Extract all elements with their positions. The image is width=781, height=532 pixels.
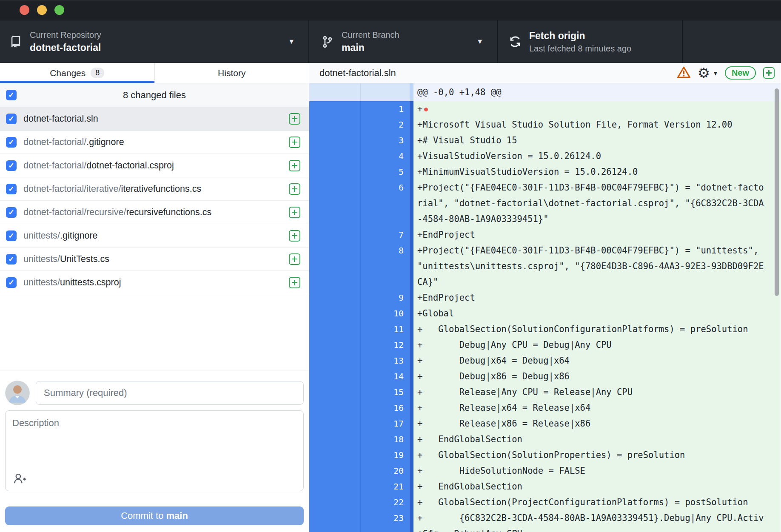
file-checkbox[interactable] bbox=[6, 254, 17, 265]
diff-line-number[interactable]: 1 bbox=[361, 101, 410, 117]
diff-gutter-old[interactable] bbox=[309, 353, 361, 369]
diff-selection-stripe bbox=[410, 463, 413, 479]
include-file-icon[interactable] bbox=[289, 183, 300, 195]
diff-gutter-old[interactable] bbox=[309, 337, 361, 353]
include-file-icon[interactable] bbox=[289, 277, 300, 288]
diff-code-cell: +EndProject bbox=[413, 227, 781, 243]
diff-gutter-old[interactable] bbox=[309, 495, 361, 510]
diff-line-number[interactable]: 5 bbox=[361, 164, 410, 180]
diff-gutter-old[interactable] bbox=[309, 400, 361, 416]
diff-line-number[interactable]: 9 bbox=[361, 290, 410, 306]
file-row[interactable]: dotnet-factorial.sln bbox=[0, 107, 309, 131]
diff-line-number[interactable]: 11 bbox=[361, 321, 410, 337]
diff-gutter-old[interactable] bbox=[309, 306, 361, 321]
diff-line-number[interactable]: 2 bbox=[361, 117, 410, 133]
diff-code-text: +Project("{FAE04EC0-301F-11D3-BF4B-00C04… bbox=[413, 243, 765, 290]
diff-line-number[interactable]: 16 bbox=[361, 400, 410, 416]
file-checkbox[interactable] bbox=[6, 114, 17, 124]
diff-line-number[interactable]: 14 bbox=[361, 369, 410, 384]
file-checkbox[interactable] bbox=[6, 137, 17, 148]
diff-line-number[interactable]: 23 bbox=[361, 510, 410, 532]
file-row[interactable]: dotnet-factorial/.gitignore bbox=[0, 131, 309, 154]
diff-code-cell: + EndGlobalSection bbox=[413, 432, 781, 447]
diff-gutter-old[interactable] bbox=[309, 133, 361, 148]
diff-line-number[interactable]: 7 bbox=[361, 227, 410, 243]
diff-gutter-old[interactable] bbox=[309, 416, 361, 432]
diff-gutter-old[interactable] bbox=[309, 510, 361, 532]
file-row[interactable]: unittests/UnitTests.cs bbox=[0, 248, 309, 271]
tab-changes[interactable]: Changes 8 bbox=[0, 63, 154, 83]
diff-code-text: +Microsoft Visual Studio Solution File, … bbox=[413, 117, 765, 133]
diff-line-number[interactable]: 17 bbox=[361, 416, 410, 432]
minimize-button[interactable] bbox=[37, 5, 47, 15]
include-file-icon[interactable] bbox=[289, 207, 300, 218]
diff-line-number[interactable]: 15 bbox=[361, 384, 410, 400]
tab-history[interactable]: History bbox=[154, 63, 309, 83]
commit-button[interactable]: Commit to main bbox=[5, 506, 304, 525]
diff-line-number[interactable]: 19 bbox=[361, 447, 410, 463]
diff-line-number[interactable]: 22 bbox=[361, 495, 410, 510]
include-file-icon[interactable] bbox=[289, 137, 300, 148]
diff-line-number[interactable]: 18 bbox=[361, 432, 410, 447]
add-coauthor-icon[interactable] bbox=[13, 472, 26, 486]
close-button[interactable] bbox=[20, 5, 29, 15]
include-file-icon[interactable] bbox=[289, 253, 300, 265]
diff-options-dropdown[interactable]: ⚙ ▼ bbox=[697, 66, 718, 80]
file-checkbox[interactable] bbox=[6, 184, 17, 194]
file-row[interactable]: unittests/unittests.csproj bbox=[0, 271, 309, 294]
include-file-icon[interactable] bbox=[289, 113, 300, 125]
diff-line-number[interactable]: 8 bbox=[361, 243, 410, 290]
diff-gutter-old[interactable] bbox=[309, 384, 361, 400]
diff-gutter-old[interactable] bbox=[309, 369, 361, 384]
diff-gutter-old[interactable] bbox=[309, 447, 361, 463]
diff-line-number[interactable]: 13 bbox=[361, 353, 410, 369]
diff-code-cell: + Debug|x86 = Debug|x86 bbox=[413, 369, 781, 384]
file-dir: unittests/ bbox=[23, 277, 60, 287]
changes-count-badge: 8 bbox=[91, 68, 104, 78]
current-branch-dropdown[interactable]: Current Branch main ▼ bbox=[309, 20, 498, 63]
file-row[interactable]: dotnet-factorial/dotnet-factorial.csproj bbox=[0, 154, 309, 177]
diff-code-text: + EndGlobalSection bbox=[413, 479, 765, 495]
fetch-origin-button[interactable]: Fetch origin Last fetched 8 minutes ago bbox=[498, 20, 683, 63]
file-checkbox[interactable] bbox=[6, 160, 17, 171]
diff-gutter-old[interactable] bbox=[309, 290, 361, 306]
diff-line-number[interactable]: 12 bbox=[361, 337, 410, 353]
warning-icon[interactable] bbox=[677, 66, 691, 80]
diff-gutter-old[interactable] bbox=[309, 164, 361, 180]
diff-gutter-old[interactable] bbox=[309, 243, 361, 290]
diff-gutter-old[interactable] bbox=[309, 479, 361, 495]
diff-selection-stripe bbox=[410, 164, 413, 180]
include-file-icon[interactable] bbox=[289, 160, 300, 171]
diff-line-number[interactable]: 10 bbox=[361, 306, 410, 321]
file-path: dotnet-factorial.sln bbox=[23, 114, 98, 124]
file-row[interactable]: dotnet-factorial/iterative/iterativefunc… bbox=[0, 177, 309, 201]
diff-gutter-old[interactable] bbox=[309, 432, 361, 447]
diff-line-number[interactable]: 3 bbox=[361, 133, 410, 148]
diff-line-number[interactable]: 4 bbox=[361, 148, 410, 164]
current-repository-dropdown[interactable]: Current Repository dotnet-factorial ▼ bbox=[0, 20, 309, 63]
diff-gutter-old[interactable] bbox=[309, 180, 361, 227]
zoom-button[interactable] bbox=[54, 5, 64, 15]
diff-gutter-old[interactable] bbox=[309, 321, 361, 337]
diff-line-number[interactable]: 6 bbox=[361, 180, 410, 227]
diff-gutter-old[interactable] bbox=[309, 117, 361, 133]
diff-line-number[interactable]: 20 bbox=[361, 463, 410, 479]
include-file-icon[interactable] bbox=[289, 230, 300, 242]
file-checkbox[interactable] bbox=[6, 207, 17, 218]
file-row[interactable]: unittests/.gitignore bbox=[0, 224, 309, 248]
diff-gutter-old[interactable] bbox=[309, 227, 361, 243]
description-input[interactable] bbox=[5, 410, 304, 491]
diff-code-text: +Global bbox=[413, 306, 765, 321]
diff-gutter-old[interactable] bbox=[309, 101, 361, 117]
expand-diff-icon[interactable] bbox=[763, 67, 775, 79]
file-checkbox[interactable] bbox=[6, 277, 17, 288]
file-checkbox[interactable] bbox=[6, 230, 17, 241]
diff-gutter-old[interactable] bbox=[309, 463, 361, 479]
file-path: unittests/UnitTests.cs bbox=[23, 254, 109, 265]
current-branch-label: Current Branch bbox=[342, 30, 399, 40]
vertical-scrollbar[interactable] bbox=[775, 88, 779, 296]
diff-gutter-old[interactable] bbox=[309, 148, 361, 164]
summary-input[interactable] bbox=[36, 381, 304, 405]
diff-line-number[interactable]: 21 bbox=[361, 479, 410, 495]
file-row[interactable]: dotnet-factorial/recursive/recursivefunc… bbox=[0, 201, 309, 224]
